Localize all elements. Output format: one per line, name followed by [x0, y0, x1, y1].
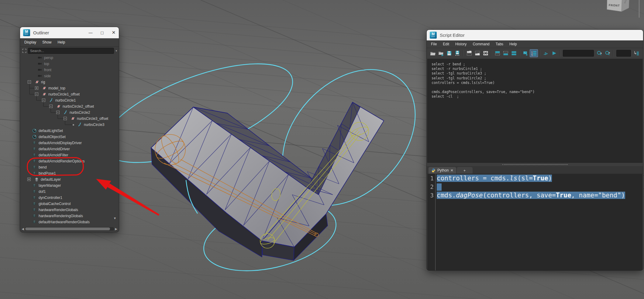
outliner-item-defaultArnoldDriver[interactable]: defaultArnoldDriver: [20, 146, 119, 152]
outliner-menu-display[interactable]: Display: [21, 39, 39, 46]
maya-logo-icon: MAVA: [430, 32, 437, 39]
outliner-item-label: globalCacheControl: [39, 202, 71, 206]
code-line[interactable]: controllers = cmds.ls(sl=True): [437, 174, 642, 183]
code-line[interactable]: cmds.dagPose(controllers, save=True, nam…: [437, 191, 642, 200]
outliner-item-front[interactable]: front: [20, 67, 119, 73]
view-cube-front-label[interactable]: FRONT: [609, 3, 620, 7]
scrollbar-track[interactable]: [25, 227, 114, 231]
collapse-toggle-icon[interactable]: −: [49, 105, 53, 108]
outliner-item-bindPose1[interactable]: bindPose1: [20, 170, 119, 176]
script-editor-window[interactable]: MAVA Script Editor FileEditHistoryComman…: [426, 30, 643, 271]
clear-input-button[interactable]: [473, 49, 481, 57]
outliner-item-globalCacheControl[interactable]: globalCacheControl: [20, 201, 119, 207]
outliner-item-dof1[interactable]: dof1: [20, 189, 119, 195]
expand-toggle-icon[interactable]: +: [27, 178, 31, 181]
outliner-item-persp[interactable]: persp: [20, 55, 119, 61]
outliner-resize-grip[interactable]: [20, 231, 119, 232]
pane-splitter-handle[interactable]: [427, 163, 643, 166]
source-script-button[interactable]: [437, 49, 445, 57]
outliner-item-defaultArnoldRenderOptions[interactable]: defaultArnoldRenderOptions: [20, 158, 119, 164]
collapse-toggle-icon[interactable]: −: [56, 111, 60, 114]
save-to-shelf-icon: [454, 50, 460, 56]
toolbar-search-input[interactable]: [563, 50, 594, 57]
outliner-item-nurbsCircle1_offset[interactable]: −nurbsCircle1_offset: [20, 91, 119, 97]
collapse-toggle-icon[interactable]: −: [42, 99, 45, 102]
outliner-menu-show[interactable]: Show: [39, 39, 54, 46]
outliner-item-rig[interactable]: −rig: [20, 79, 119, 85]
outliner-item-nurbsCircle2_offset[interactable]: −nurbsCircle2_offset: [20, 103, 119, 110]
outliner-item-layerManager[interactable]: layerManager: [20, 183, 119, 189]
outliner-item-bend[interactable]: bend: [20, 164, 119, 170]
collapse-toggle-icon[interactable]: −: [64, 117, 67, 120]
new-tab-button[interactable]: +: [457, 167, 473, 174]
outliner-item-defaultLightSet[interactable]: defaultLightSet: [20, 128, 119, 134]
scrollbar-thumb[interactable]: [25, 228, 110, 230]
script-editor-titlebar[interactable]: MAVA Script Editor: [427, 30, 643, 40]
clear-all-button[interactable]: [481, 49, 490, 57]
outliner-item-defaultHardwareRenderGlobals[interactable]: defaultHardwareRenderGlobals: [20, 219, 119, 225]
script-editor-menu-file[interactable]: File: [428, 40, 440, 48]
outliner-item-hardwareRenderingGlobals[interactable]: hardwareRenderingGlobals: [20, 213, 119, 219]
goto-line-input[interactable]: [616, 50, 631, 57]
outliner-item-defaultArnoldFilter[interactable]: defaultArnoldFilter: [20, 152, 119, 158]
scroll-right-icon[interactable]: ▶: [114, 227, 118, 231]
script-editor-menu-history[interactable]: History: [452, 40, 470, 48]
minimize-icon[interactable]: —: [88, 30, 93, 35]
scroll-left-icon[interactable]: ◀: [21, 227, 25, 231]
script-editor-menu-help[interactable]: Help: [506, 40, 520, 48]
camera-icon: [38, 74, 43, 78]
outliner-window[interactable]: MAVA Outliner — □ ✕ DisplayShowHelp ▾ pe…: [20, 27, 119, 232]
outliner-item-hardwareRenderGlobals[interactable]: hardwareRenderGlobals: [20, 207, 119, 213]
outliner-item-label: hardwareRenderGlobals: [39, 208, 78, 212]
show-history-only-button[interactable]: [493, 49, 501, 57]
clear-history-button[interactable]: [465, 49, 473, 57]
script-editor-menu-command[interactable]: Command: [470, 40, 492, 48]
collapse-toggle-icon[interactable]: −: [28, 80, 31, 84]
outliner-item-nurbsCircle2[interactable]: −nurbsCircle2: [20, 110, 119, 116]
show-both-button[interactable]: [510, 49, 518, 57]
code-segment: (sl=: [518, 175, 533, 182]
outliner-item-defaultObjectSet[interactable]: defaultObjectSet: [20, 134, 119, 140]
outliner-item-side[interactable]: side: [20, 73, 119, 79]
tab-python[interactable]: Python✕: [429, 167, 456, 174]
echo-all-commands-button[interactable]: “...: [522, 49, 530, 57]
outliner-item-model_top[interactable]: +model_top: [20, 85, 119, 91]
collapse-expand-icon[interactable]: [22, 48, 27, 53]
script-editor-menu-edit[interactable]: Edit: [440, 40, 452, 48]
execute-small-button[interactable]: [542, 49, 550, 57]
close-icon[interactable]: ✕: [112, 30, 116, 35]
show-line-numbers-button[interactable]: 123: [530, 49, 538, 57]
save-to-shelf-button[interactable]: [453, 49, 461, 57]
history-pane[interactable]: select -r bend ;select -r nurbsCircle1 ;…: [427, 59, 642, 163]
expand-toggle-icon[interactable]: +: [35, 86, 38, 90]
scroll-more-chevron-icon[interactable]: ▼: [113, 217, 116, 220]
python-input-pane[interactable]: 123 controllers = cmds.ls(sl=True)cmds.d…: [427, 174, 642, 270]
goto-line-button[interactable]: [632, 49, 640, 57]
outliner-item-nurbsCircle3[interactable]: nurbsCircle3: [20, 122, 119, 128]
outliner-titlebar[interactable]: MAVA Outliner — □ ✕: [20, 27, 119, 38]
outliner-item-dynController1[interactable]: dynController1: [20, 195, 119, 201]
outliner-item-nurbsCircle3_offset[interactable]: −nurbsCircle3_offset: [20, 116, 119, 122]
save-script-button[interactable]: [445, 49, 453, 57]
outliner-item-defaultLayer[interactable]: +defaultLayer: [20, 176, 119, 183]
collapse-toggle-icon[interactable]: −: [35, 92, 38, 96]
code-line[interactable]: [437, 183, 642, 191]
outliner-item-nurbsCircle1[interactable]: −nurbsCircle1: [20, 97, 119, 103]
open-script-button[interactable]: [429, 49, 437, 57]
search-input[interactable]: [28, 48, 114, 54]
script-editor-menu-tabs[interactable]: Tabs: [493, 40, 506, 48]
outliner-menu-help[interactable]: Help: [54, 39, 68, 46]
search-up-button[interactable]: [603, 49, 611, 57]
outliner-tree[interactable]: persptopfrontside−rig+model_top−nurbsCir…: [20, 55, 119, 226]
execute-all-button[interactable]: [550, 49, 558, 57]
line-number: 2: [427, 183, 435, 191]
search-filter-chevron-icon[interactable]: ▾: [115, 49, 117, 52]
search-down-button[interactable]: [595, 49, 603, 57]
outliner-item-top[interactable]: top: [20, 61, 119, 67]
maximize-icon[interactable]: □: [100, 30, 104, 35]
maya-logo-icon: MAVA: [23, 29, 30, 36]
show-input-only-button[interactable]: [501, 49, 510, 57]
tab-close-icon[interactable]: ✕: [450, 169, 453, 172]
outliner-horizontal-scrollbar[interactable]: ◀ ▶: [21, 226, 118, 231]
outliner-item-defaultArnoldDisplayDriver[interactable]: defaultArnoldDisplayDriver: [20, 140, 119, 146]
